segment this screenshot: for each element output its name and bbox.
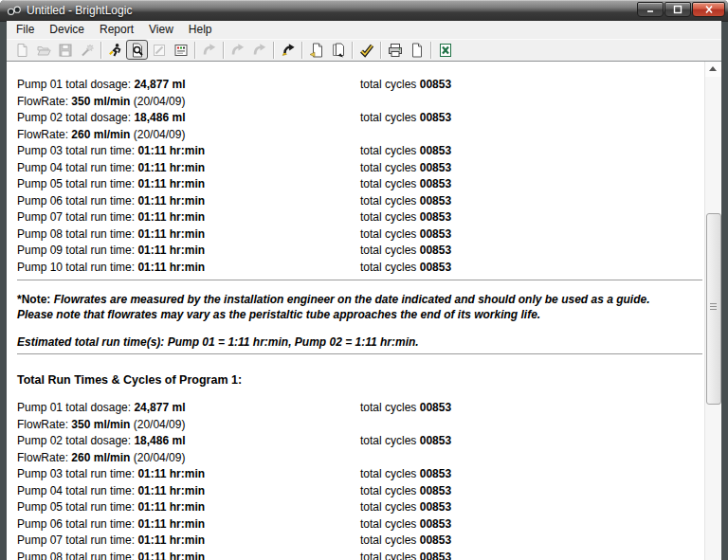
minimize-button[interactable] bbox=[637, 2, 664, 17]
row-label: FlowRate: 350 ml/min (20/04/09) bbox=[17, 95, 185, 108]
report-row: Pump 02 total dosage: 18,486 mltotal cyc… bbox=[17, 433, 705, 450]
total-cycles-value: 00853 bbox=[420, 194, 451, 208]
export-page-icon bbox=[331, 43, 346, 58]
note-label: *Note: bbox=[17, 293, 50, 306]
close-button[interactable] bbox=[692, 2, 725, 17]
report-row: FlowRate: 260 ml/min (20/04/09) bbox=[17, 127, 705, 144]
total-cycles: total cycles 00853 bbox=[360, 516, 451, 533]
divider-line bbox=[17, 353, 702, 354]
excel-export-icon bbox=[438, 43, 453, 58]
report-row: Pump 05 total run time: 01:11 hr:mintota… bbox=[17, 176, 705, 193]
open-file-button bbox=[32, 40, 54, 60]
read-device-icon bbox=[281, 43, 296, 58]
row-value: 01:11 hr:min bbox=[137, 484, 205, 497]
print-button[interactable] bbox=[384, 40, 406, 60]
estimated-run-times: Estimated total run time(s): Pump 01 = 1… bbox=[17, 334, 705, 350]
row-value: 260 ml/min bbox=[71, 451, 130, 464]
print-preview-icon bbox=[130, 43, 145, 58]
total-cycles-value: 00853 bbox=[420, 210, 451, 224]
excel-export-button[interactable] bbox=[434, 40, 456, 60]
row-label: Pump 01 total dosage: 24,877 ml bbox=[17, 401, 185, 414]
note-line2: Please note that flowrates may vary as t… bbox=[17, 308, 540, 321]
print-preview-button[interactable] bbox=[126, 40, 148, 60]
total-cycles-value: 00853 bbox=[420, 78, 451, 91]
row-value: 01:11 hr:min bbox=[137, 500, 205, 514]
app-window: Untitled - BrightLogic FileDeviceReportV… bbox=[0, 0, 728, 560]
download-arrow-icon bbox=[202, 43, 217, 58]
connect-wand-icon bbox=[80, 43, 95, 58]
run-program-button[interactable] bbox=[104, 40, 126, 60]
toolbar-separator bbox=[100, 42, 101, 59]
total-cycles-value: 00853 bbox=[420, 161, 451, 174]
connect-wand-button bbox=[76, 40, 98, 60]
row-value: 01:11 hr:min bbox=[137, 161, 205, 174]
total-cycles: total cycles 00853 bbox=[360, 160, 451, 177]
verify-check-button[interactable] bbox=[355, 40, 377, 60]
report-row: FlowRate: 260 ml/min (20/04/09) bbox=[17, 450, 705, 467]
row-value: 01:11 hr:min bbox=[137, 244, 205, 257]
print-icon bbox=[388, 43, 403, 58]
total-cycles: total cycles 00853 bbox=[360, 226, 451, 244]
total-cycles: total cycles 00853 bbox=[360, 466, 451, 483]
menu-item-file[interactable]: File bbox=[9, 21, 42, 39]
total-cycles-value: 00853 bbox=[420, 551, 451, 560]
row-label: Pump 01 total dosage: 24,877 ml bbox=[17, 78, 185, 91]
led-panel-button[interactable] bbox=[170, 40, 191, 60]
download-arrow-button bbox=[227, 40, 248, 60]
menu-item-help[interactable]: Help bbox=[181, 21, 220, 39]
maximize-button[interactable] bbox=[664, 2, 691, 17]
row-value: 350 ml/min bbox=[71, 418, 130, 431]
run-program-icon bbox=[108, 43, 123, 58]
total-cycles-value: 00853 bbox=[420, 467, 451, 480]
row-value: 24,877 ml bbox=[134, 401, 185, 414]
total-cycles: total cycles 00853 bbox=[360, 260, 451, 277]
total-cycles-value: 00853 bbox=[420, 244, 451, 257]
edit-icon bbox=[152, 43, 167, 58]
titlebar[interactable]: Untitled - BrightLogic bbox=[0, 0, 728, 22]
scrollbar-thumb[interactable] bbox=[706, 213, 721, 405]
row-label: Pump 06 total run time: 01:11 hr:min bbox=[17, 517, 205, 531]
total-cycles: total cycles 00853 bbox=[360, 176, 451, 193]
row-value: 350 ml/min bbox=[71, 95, 130, 108]
read-device-button[interactable] bbox=[277, 40, 299, 60]
scroll-up-arrow[interactable] bbox=[705, 62, 721, 77]
toolbar-separator bbox=[273, 42, 274, 59]
total-cycles-value: 00853 bbox=[420, 484, 451, 497]
total-cycles: total cycles 00853 bbox=[360, 77, 451, 94]
window-controls bbox=[637, 2, 725, 17]
report-section-1: Pump 01 total dosage: 24,877 mltotal cyc… bbox=[17, 77, 705, 276]
total-cycles: total cycles 00853 bbox=[360, 483, 451, 500]
total-cycles: total cycles 00853 bbox=[360, 533, 451, 550]
report-row: Pump 02 total dosage: 18,486 mltotal cyc… bbox=[17, 110, 705, 127]
total-cycles: total cycles 00853 bbox=[360, 243, 451, 260]
total-cycles-value: 00853 bbox=[420, 517, 451, 531]
row-label: Pump 10 total run time: 01:11 hr:min bbox=[17, 261, 205, 274]
toolbar-separator bbox=[380, 42, 381, 59]
total-cycles-value: 00853 bbox=[420, 144, 451, 157]
menu-item-view[interactable]: View bbox=[141, 21, 181, 39]
report-row: FlowRate: 350 ml/min (20/04/09) bbox=[17, 94, 705, 111]
window-title: Untitled - BrightLogic bbox=[27, 4, 132, 17]
vertical-scrollbar[interactable] bbox=[704, 62, 721, 560]
report-section-2: Pump 01 total dosage: 24,877 mltotal cyc… bbox=[17, 400, 705, 560]
row-label: Pump 03 total run time: 01:11 hr:min bbox=[17, 144, 205, 157]
import-page-button[interactable] bbox=[305, 40, 327, 60]
new-document-icon bbox=[14, 43, 29, 58]
report-page-button[interactable] bbox=[406, 40, 428, 60]
menubar: FileDeviceReportViewHelp bbox=[7, 21, 721, 40]
row-label: Pump 05 total run time: 01:11 hr:min bbox=[17, 177, 205, 190]
row-label: Pump 03 total run time: 01:11 hr:min bbox=[17, 467, 205, 480]
toolbar-separator bbox=[301, 42, 302, 59]
save-icon bbox=[58, 43, 73, 58]
export-page-button[interactable] bbox=[327, 40, 349, 60]
section-heading: Total Run Times & Cycles of Program 1: bbox=[17, 373, 705, 387]
row-label: FlowRate: 260 ml/min (20/04/09) bbox=[17, 451, 185, 464]
menu-item-device[interactable]: Device bbox=[42, 21, 92, 39]
menu-item-report[interactable]: Report bbox=[92, 21, 141, 39]
led-panel-icon bbox=[173, 43, 189, 58]
app-icon[interactable] bbox=[7, 4, 22, 17]
row-value: 18,486 ml bbox=[134, 434, 185, 447]
toolbar-separator bbox=[194, 42, 195, 59]
report-page-icon bbox=[410, 43, 425, 58]
total-cycles-value: 00853 bbox=[420, 261, 451, 274]
